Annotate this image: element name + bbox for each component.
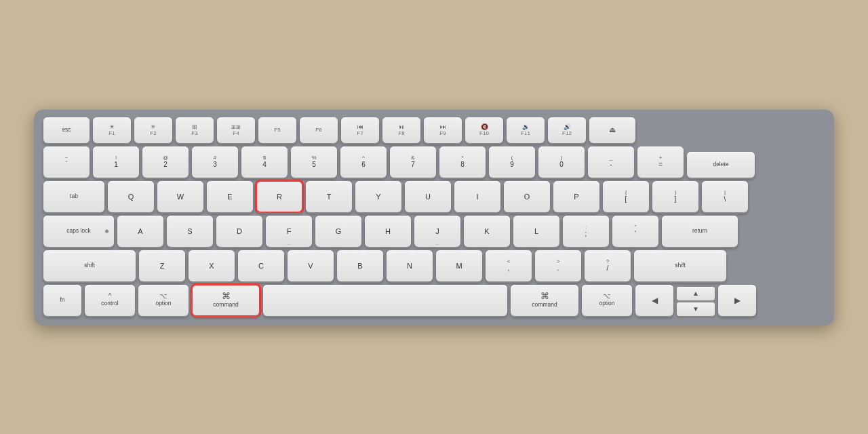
key-d[interactable]: D xyxy=(216,216,262,247)
key-0[interactable]: ) 0 xyxy=(538,146,585,178)
capslock-indicator xyxy=(105,229,108,233)
key-option-right[interactable]: ⌥ option xyxy=(582,285,632,316)
key-5[interactable]: % 5 xyxy=(291,146,337,178)
key-9[interactable]: ( 9 xyxy=(489,146,535,178)
key-f2[interactable]: ✳ F2 xyxy=(134,117,172,143)
key-a[interactable]: A xyxy=(117,216,163,247)
key-delete[interactable]: delete xyxy=(687,152,755,178)
key-e[interactable]: E xyxy=(207,181,253,212)
asdf-key-row: caps lock A S D F _ G H J _ K L xyxy=(43,216,825,247)
key-f10[interactable]: 🔇 F10 xyxy=(465,117,503,143)
key-period[interactable]: > . xyxy=(535,250,581,281)
key-m[interactable]: M xyxy=(436,250,482,281)
key-r[interactable]: R xyxy=(256,181,302,212)
key-spacebar[interactable] xyxy=(263,285,507,316)
key-esc[interactable]: esc xyxy=(43,117,90,143)
key-capslock[interactable]: caps lock xyxy=(43,216,114,247)
key-7[interactable]: & 7 xyxy=(390,146,436,178)
key-8[interactable]: * 8 xyxy=(439,146,486,178)
key-i[interactable]: I xyxy=(454,181,500,212)
arrow-up-down-cluster: ▲ ▼ xyxy=(677,287,715,316)
key-f[interactable]: F _ xyxy=(266,216,312,247)
qwerty-key-row: tab Q W E R T Y U I O P xyxy=(43,181,825,212)
key-l[interactable]: L xyxy=(513,216,559,247)
key-w[interactable]: W xyxy=(157,181,203,212)
key-t[interactable]: T xyxy=(306,181,352,212)
key-2[interactable]: @ 2 xyxy=(142,146,189,178)
key-q[interactable]: Q xyxy=(108,181,154,212)
key-c[interactable]: C xyxy=(238,250,284,281)
keyboard: esc ☀ F1 ✳ F2 ⊞ F3 ⊞⊞ F4 F5 F6 ⏮ F7 ⏯ xyxy=(34,109,834,326)
number-key-row: ~ ` ! 1 @ 2 # 3 $ 4 % 5 ^ 6 & 7 xyxy=(43,146,825,178)
key-f8[interactable]: ⏯ F8 xyxy=(382,117,420,143)
key-command-right[interactable]: ⌘ command xyxy=(511,285,578,316)
key-slash[interactable]: ? / xyxy=(585,250,631,281)
key-shift-left[interactable]: shift xyxy=(43,250,136,281)
key-fn[interactable]: fn xyxy=(43,285,81,316)
key-p[interactable]: P xyxy=(553,181,599,212)
key-o[interactable]: O xyxy=(504,181,550,212)
key-f1[interactable]: ☀ F1 xyxy=(93,117,131,143)
key-equals[interactable]: + = xyxy=(637,146,684,178)
bottom-key-row: fn ^ control ⌥ option ⌘ command ⌘ comman… xyxy=(43,285,825,316)
key-shift-right[interactable]: shift xyxy=(634,250,726,281)
key-v[interactable]: V xyxy=(288,250,334,281)
fn-key-row: esc ☀ F1 ✳ F2 ⊞ F3 ⊞⊞ F4 F5 F6 ⏮ F7 ⏯ xyxy=(43,117,825,143)
key-open-bracket[interactable]: { [ xyxy=(603,181,649,212)
key-f6[interactable]: F6 xyxy=(300,117,338,143)
key-control[interactable]: ^ control xyxy=(85,285,135,316)
key-backslash[interactable]: | \ xyxy=(702,181,748,212)
key-arrow-down[interactable]: ▼ xyxy=(677,302,715,316)
key-1[interactable]: ! 1 xyxy=(93,146,139,178)
key-3[interactable]: # 3 xyxy=(192,146,238,178)
key-s[interactable]: S xyxy=(167,216,213,247)
key-option-left[interactable]: ⌥ option xyxy=(138,285,189,316)
key-4[interactable]: $ 4 xyxy=(241,146,288,178)
key-y[interactable]: Y xyxy=(355,181,401,212)
key-tab[interactable]: tab xyxy=(43,181,104,212)
key-x[interactable]: X xyxy=(189,250,235,281)
key-k[interactable]: K xyxy=(464,216,510,247)
key-g[interactable]: G xyxy=(315,216,361,247)
key-backtick[interactable]: ~ ` xyxy=(43,146,90,178)
key-command-left[interactable]: ⌘ command xyxy=(192,285,260,316)
key-arrow-up[interactable]: ▲ xyxy=(677,287,715,300)
key-f4[interactable]: ⊞⊞ F4 xyxy=(217,117,255,143)
key-j[interactable]: J _ xyxy=(414,216,460,247)
key-close-bracket[interactable]: } ] xyxy=(652,181,698,212)
key-f5[interactable]: F5 xyxy=(258,117,296,143)
key-minus[interactable]: _ - xyxy=(588,146,634,178)
key-comma[interactable]: < , xyxy=(486,250,532,281)
key-f3[interactable]: ⊞ F3 xyxy=(176,117,214,143)
key-arrow-right[interactable]: ▶ xyxy=(718,285,756,316)
key-return[interactable]: return xyxy=(662,216,738,247)
key-f9[interactable]: ⏭ F9 xyxy=(424,117,462,143)
zxcv-key-row: shift Z X C V B N M < , > . xyxy=(43,250,825,281)
key-b[interactable]: B xyxy=(337,250,383,281)
key-quote[interactable]: " ' xyxy=(612,216,658,247)
key-n[interactable]: N xyxy=(387,250,433,281)
key-6[interactable]: ^ 6 xyxy=(340,146,387,178)
key-arrow-left[interactable]: ◀ xyxy=(635,285,673,316)
key-z[interactable]: Z xyxy=(139,250,185,281)
key-eject[interactable]: ⏏ xyxy=(589,117,635,143)
key-f12[interactable]: 🔊 F12 xyxy=(548,117,586,143)
key-semicolon[interactable]: : ; xyxy=(563,216,609,247)
key-f11[interactable]: 🔉 F11 xyxy=(507,117,545,143)
key-h[interactable]: H xyxy=(365,216,411,247)
key-u[interactable]: U xyxy=(405,181,451,212)
key-f7[interactable]: ⏮ F7 xyxy=(341,117,379,143)
